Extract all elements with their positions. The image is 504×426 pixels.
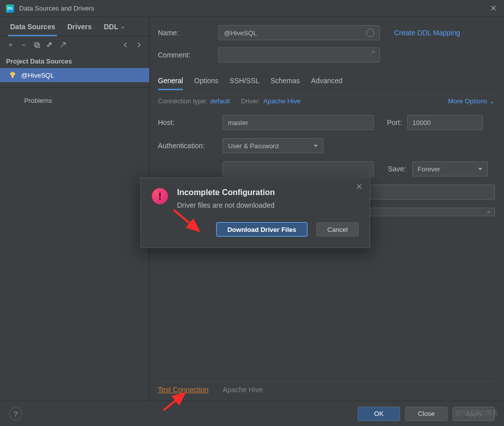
data-source-label: @HiveSQL bbox=[21, 72, 54, 79]
port-input[interactable]: 10000 bbox=[407, 115, 483, 130]
forward-icon[interactable] bbox=[133, 39, 144, 50]
name-value: @HiveSQL bbox=[224, 29, 257, 37]
svg-rect-2 bbox=[35, 43, 38, 46]
host-input[interactable]: master bbox=[222, 115, 374, 130]
tab-drivers[interactable]: Drivers bbox=[61, 17, 97, 36]
chevron-down-icon bbox=[314, 145, 318, 147]
driver-value[interactable]: Apache Hive bbox=[263, 97, 301, 105]
conn-type-label: Connection type: bbox=[158, 97, 207, 105]
tab-ssh-ssl[interactable]: SSH/SSL bbox=[230, 72, 259, 90]
add-icon[interactable]: ＋ bbox=[5, 39, 16, 50]
side-tabs: Data Sources Drivers DDL ⌄ bbox=[0, 17, 149, 36]
svg-rect-3 bbox=[36, 44, 39, 47]
copy-icon[interactable] bbox=[31, 39, 42, 50]
side-toolbar: ＋ − bbox=[0, 36, 149, 53]
tab-ddl[interactable]: DDL ⌄ bbox=[98, 17, 131, 36]
help-button[interactable]: ? bbox=[9, 407, 22, 420]
create-ddl-mapping-link[interactable]: Create DDL Mapping bbox=[394, 29, 460, 37]
test-row: Test Connection Apache Hive bbox=[158, 378, 495, 401]
reset-color-icon[interactable] bbox=[366, 29, 374, 37]
modal-message: Driver files are not downloaded bbox=[177, 201, 359, 209]
hive-icon bbox=[9, 71, 17, 79]
tab-data-sources[interactable]: Data Sources bbox=[4, 17, 61, 36]
ok-button[interactable]: OK bbox=[358, 407, 400, 421]
warning-icon: ! bbox=[152, 188, 168, 204]
wrench-icon[interactable] bbox=[44, 39, 55, 50]
password-input-hidden[interactable] bbox=[222, 161, 374, 176]
save-label: Save: bbox=[388, 165, 406, 173]
tab-label: DDL bbox=[104, 23, 119, 31]
name-label: Name: bbox=[158, 29, 213, 37]
port-label: Port: bbox=[387, 118, 402, 127]
chevron-down-icon bbox=[478, 168, 482, 170]
tab-label: Data Sources bbox=[10, 23, 55, 31]
port-value: 10000 bbox=[413, 119, 431, 127]
more-options-label: More Options bbox=[448, 97, 487, 105]
auth-label: Authentication: bbox=[158, 142, 213, 150]
test-connection-link[interactable]: Test Connection bbox=[158, 386, 208, 394]
comment-label: Comment: bbox=[158, 51, 213, 59]
window-close-icon[interactable] bbox=[490, 5, 498, 13]
app-logo-icon: DG bbox=[6, 5, 14, 13]
comment-input[interactable] bbox=[218, 47, 380, 63]
chevron-down-icon: ⌄ bbox=[489, 97, 495, 105]
more-options-link[interactable]: More Options ⌄ bbox=[448, 97, 495, 105]
separator bbox=[0, 87, 149, 88]
auth-value: User & Password bbox=[228, 142, 278, 150]
driver-label: Driver: bbox=[241, 97, 260, 105]
make-global-icon[interactable] bbox=[58, 39, 69, 50]
remove-icon[interactable]: − bbox=[18, 39, 29, 50]
chevron-down-icon: ⌄ bbox=[121, 24, 125, 29]
tab-options[interactable]: Options bbox=[194, 72, 218, 90]
modal-title: Incomplete Configuration bbox=[177, 188, 359, 197]
cancel-button[interactable]: Cancel bbox=[316, 222, 359, 236]
test-driver-label: Apache Hive bbox=[222, 386, 262, 394]
sidebar: Data Sources Drivers DDL ⌄ ＋ − bbox=[0, 17, 150, 401]
modal-close-icon[interactable] bbox=[356, 183, 364, 191]
close-button[interactable]: Close bbox=[405, 407, 447, 421]
tab-schemas[interactable]: Schemas bbox=[270, 72, 300, 90]
problems-item[interactable]: Problems bbox=[0, 93, 149, 108]
tab-label: Drivers bbox=[67, 23, 91, 31]
meta-row: Connection type: default Driver: Apache … bbox=[158, 97, 495, 105]
expand-icon[interactable] bbox=[369, 50, 376, 57]
back-icon[interactable] bbox=[120, 39, 131, 50]
save-select[interactable]: Forever bbox=[412, 161, 488, 176]
group-header: Project Data Sources bbox=[0, 53, 149, 68]
download-driver-button[interactable]: Download Driver Files bbox=[216, 222, 307, 236]
title-bar: DG Data Sources and Drivers bbox=[0, 0, 504, 17]
bottom-bar: ? OK Close Apply bbox=[0, 401, 504, 426]
host-label: Host: bbox=[158, 118, 213, 127]
expand-icon[interactable] bbox=[484, 210, 491, 217]
save-value: Forever bbox=[418, 165, 440, 173]
watermark: @51CTO博客 bbox=[455, 409, 499, 418]
data-source-item[interactable]: @HiveSQL bbox=[0, 68, 149, 82]
host-value: master bbox=[228, 119, 248, 127]
config-tabs: General Options SSH/SSL Schemas Advanced bbox=[158, 72, 495, 90]
incomplete-config-modal: ! Incomplete Configuration Driver files … bbox=[140, 177, 370, 248]
tab-advanced[interactable]: Advanced bbox=[311, 72, 343, 90]
conn-type-value[interactable]: default bbox=[210, 97, 230, 105]
window-title: Data Sources and Drivers bbox=[19, 5, 490, 12]
tab-general[interactable]: General bbox=[158, 72, 183, 90]
name-input[interactable]: @HiveSQL bbox=[218, 25, 380, 40]
auth-select[interactable]: User & Password bbox=[222, 138, 323, 153]
